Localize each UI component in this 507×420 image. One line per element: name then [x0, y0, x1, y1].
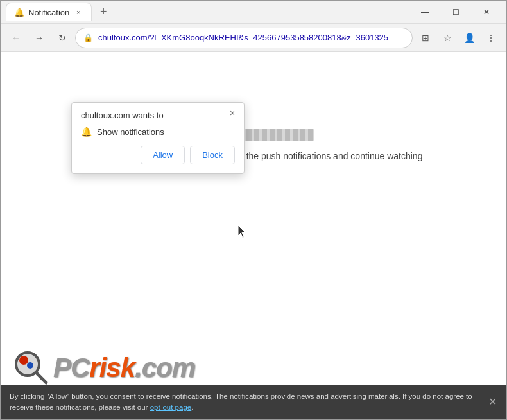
opt-out-link[interactable]: opt-out page [150, 403, 192, 411]
bell-icon: 🔔 [81, 127, 92, 137]
banner-close-button[interactable]: ✕ [485, 394, 500, 410]
toolbar: ← → ↻ 🔒 chultoux.com/?l=XKmG8ooqkNkREHI&… [1, 24, 506, 52]
pcrisk-icon [12, 349, 51, 387]
close-button[interactable]: ✕ [472, 1, 501, 24]
lock-icon: 🔒 [83, 33, 93, 42]
url-text: chultoux.com/?l=XKmG8ooqkNkREHI&s=425667… [98, 33, 404, 42]
profile-button[interactable]: 👤 [459, 28, 479, 48]
tab-label: Notification [28, 8, 69, 17]
toolbar-icons: ⊞ ☆ 👤 ⋮ [415, 28, 501, 48]
popup-item: 🔔 Show notifications [81, 127, 235, 137]
svg-point-2 [27, 362, 33, 369]
favorites-button[interactable]: ☆ [437, 28, 458, 48]
pcrisk-logo: PCrisk.com [12, 349, 195, 387]
window-controls: — ☐ ✕ [410, 1, 501, 24]
svg-point-1 [19, 356, 28, 365]
menu-button[interactable]: ⋮ [481, 28, 501, 48]
page-content: × chultoux.com wants to 🔔 Show notificat… [1, 52, 506, 419]
reload-button[interactable]: ↻ [52, 28, 73, 48]
notification-popup: × chultoux.com wants to 🔔 Show notificat… [71, 102, 245, 174]
cursor [238, 225, 246, 237]
banner-text-content: By clicking "Allow" button, you consent … [10, 392, 472, 411]
maximize-button[interactable]: ☐ [441, 1, 470, 24]
tab-close-button[interactable]: × [73, 7, 83, 17]
logo-pc: PC [53, 353, 89, 383]
pcrisk-svg-icon [12, 349, 51, 387]
back-button[interactable]: ← [6, 28, 26, 48]
block-button[interactable]: Block [190, 146, 235, 164]
svg-line-3 [36, 372, 46, 383]
svg-marker-4 [238, 225, 245, 238]
banner-text: By clicking "Allow" button, you consent … [10, 391, 481, 414]
logo-risk: risk [89, 353, 135, 383]
new-tab-button[interactable]: + [94, 3, 112, 21]
bottom-banner: By clicking "Allow" button, you consent … [1, 385, 506, 420]
extensions-button[interactable]: ⊞ [415, 28, 436, 48]
forward-button[interactable]: → [29, 28, 49, 48]
browser-window: 🔔 Notification × + — ☐ ✕ ← → ↻ 🔒 chultou… [0, 0, 507, 420]
logo-dotcom: .com [135, 353, 195, 383]
address-bar[interactable]: 🔒 chultoux.com/?l=XKmG8ooqkNkREHI&s=4256… [75, 28, 413, 48]
tab-favicon: 🔔 [14, 8, 24, 17]
active-tab[interactable]: 🔔 Notification × [6, 3, 92, 21]
allow-button[interactable]: Allow [141, 146, 185, 164]
popup-title: chultoux.com wants to [81, 110, 235, 120]
banner-text-end: . [191, 403, 193, 411]
titlebar: 🔔 Notification × + — ☐ ✕ [1, 1, 506, 24]
popup-close-button[interactable]: × [226, 107, 239, 119]
popup-item-text: Show notifications [97, 127, 164, 137]
minimize-button[interactable]: — [410, 1, 440, 24]
popup-buttons: Allow Block [81, 146, 235, 164]
logo-text: PCrisk.com [53, 353, 195, 383]
